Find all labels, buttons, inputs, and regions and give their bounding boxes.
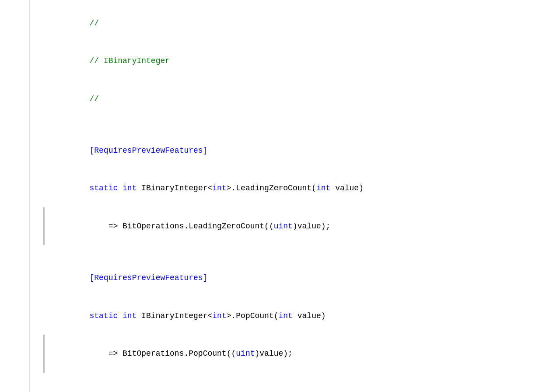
line-content: static int IBinaryInteger<int>.PopCount(… bbox=[52, 297, 546, 335]
line-bar bbox=[43, 80, 45, 118]
keyword: int bbox=[212, 184, 226, 192]
code-line: => BitOperations.LeadingZeroCount((uint)… bbox=[43, 207, 546, 245]
line-content: => BitOperations.LeadingZeroCount((uint)… bbox=[52, 207, 546, 245]
line-bar bbox=[43, 207, 45, 245]
line-content: [RequiresPreviewFeatures] bbox=[52, 387, 546, 392]
keyword: int bbox=[122, 312, 136, 320]
line-bar bbox=[43, 132, 45, 169]
code-area[interactable]: // // IBinaryInteger // [RequiresPreview… bbox=[30, 0, 546, 392]
code-container: // // IBinaryInteger // [RequiresPreview… bbox=[0, 0, 546, 392]
line-content: // IBinaryInteger bbox=[52, 42, 546, 80]
line-number-gutter bbox=[0, 0, 30, 392]
code-line: // IBinaryInteger bbox=[43, 42, 546, 80]
comment-text: // IBinaryInteger bbox=[89, 56, 170, 65]
line-content: static int IBinaryInteger<int>.LeadingZe… bbox=[52, 170, 546, 207]
line-bar bbox=[43, 335, 45, 372]
code-line: static int IBinaryInteger<int>.PopCount(… bbox=[43, 297, 546, 335]
code-line: // bbox=[43, 80, 546, 118]
empty-line bbox=[43, 118, 546, 132]
keyword: int bbox=[279, 312, 293, 320]
line-content: // bbox=[52, 80, 546, 118]
line-bar bbox=[43, 297, 45, 335]
line-bar bbox=[43, 4, 45, 42]
keyword: int bbox=[316, 184, 330, 192]
comment-text: // bbox=[89, 19, 99, 28]
attribute-text: [RequiresPreviewFeatures] bbox=[89, 273, 207, 282]
line-content: [RequiresPreviewFeatures] bbox=[52, 259, 546, 297]
comment-text: // bbox=[89, 94, 99, 103]
line-bar bbox=[43, 170, 45, 207]
code-line: [RequiresPreviewFeatures] bbox=[43, 132, 546, 169]
empty-line bbox=[43, 373, 546, 387]
empty-line bbox=[43, 245, 546, 259]
code-text: => BitOperations.LeadingZeroCount(( bbox=[89, 222, 273, 231]
keyword: static bbox=[89, 184, 118, 192]
line-bar bbox=[43, 387, 45, 392]
keyword: uint bbox=[274, 222, 293, 231]
code-line: [RequiresPreviewFeatures] bbox=[43, 387, 546, 392]
code-text: => BitOperations.PopCount(( bbox=[89, 349, 236, 358]
keyword: int bbox=[212, 312, 226, 320]
code-line: [RequiresPreviewFeatures] bbox=[43, 259, 546, 297]
code-line: => BitOperations.PopCount((uint)value); bbox=[43, 335, 546, 372]
line-content: => BitOperations.PopCount((uint)value); bbox=[52, 335, 546, 372]
keyword: static bbox=[89, 312, 118, 320]
line-content: // bbox=[52, 4, 546, 42]
keyword: uint bbox=[236, 349, 255, 358]
line-bar bbox=[43, 42, 45, 80]
attribute-text: [RequiresPreviewFeatures] bbox=[89, 146, 207, 155]
code-line: // bbox=[43, 4, 546, 42]
line-content: [RequiresPreviewFeatures] bbox=[52, 132, 546, 169]
keyword: int bbox=[122, 184, 136, 192]
code-line: static int IBinaryInteger<int>.LeadingZe… bbox=[43, 170, 546, 207]
line-bar bbox=[43, 259, 45, 297]
